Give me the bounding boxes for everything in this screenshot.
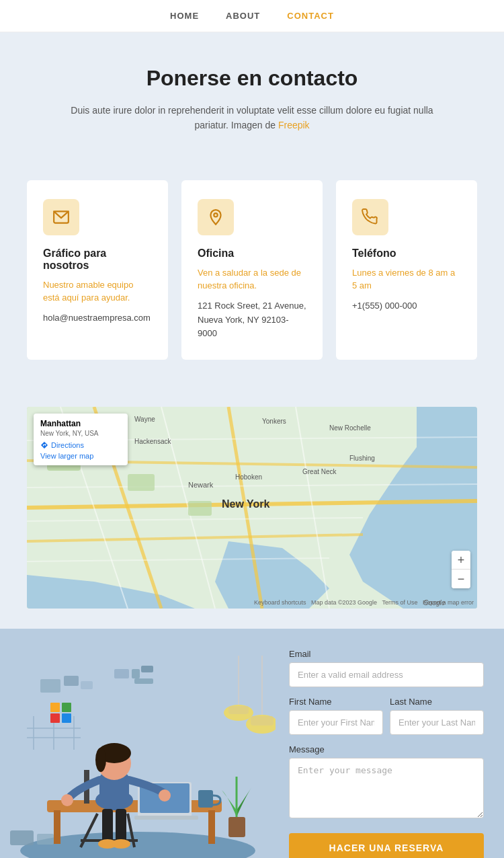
map-container[interactable]: New York Newark Hoboken Paterson Wayne Y… xyxy=(27,407,477,609)
svg-point-73 xyxy=(61,794,73,806)
svg-text:Flushing: Flushing xyxy=(349,455,375,462)
svg-text:New Rochelle: New Rochelle xyxy=(329,424,371,432)
svg-rect-76 xyxy=(116,809,126,843)
svg-rect-80 xyxy=(10,830,34,845)
svg-rect-58 xyxy=(208,810,215,844)
svg-point-74 xyxy=(159,789,171,802)
svg-rect-55 xyxy=(62,713,71,723)
email-label: Email xyxy=(289,649,484,659)
map-popup: Manhattan New York, NY, USA Directions V… xyxy=(34,414,128,465)
svg-rect-53 xyxy=(50,713,60,723)
map-section: New York Newark Hoboken Paterson Wayne Y… xyxy=(0,393,504,629)
last-name-label: Last Name xyxy=(390,697,484,707)
card-oficina-highlight: Ven a saludar a la sede de nuestra ofici… xyxy=(198,266,306,292)
svg-rect-67 xyxy=(198,790,213,808)
nav-home[interactable]: HOME xyxy=(170,11,199,21)
card-telefono-normal: +1(555) 000-000 xyxy=(352,299,461,313)
first-name-input[interactable] xyxy=(289,710,383,735)
name-row: First Name Last Name xyxy=(289,697,484,735)
last-name-group: Last Name xyxy=(390,697,484,735)
message-input[interactable] xyxy=(289,758,484,818)
svg-rect-81 xyxy=(37,834,54,845)
last-name-input[interactable] xyxy=(390,710,484,735)
cards-section: Gráfico para nosotros Nuestro amable equ… xyxy=(0,167,504,393)
svg-rect-20 xyxy=(188,501,212,516)
svg-rect-40 xyxy=(228,706,249,714)
card-grafico: Gráfico para nosotros Nuestro amable equ… xyxy=(27,180,168,360)
location-icon xyxy=(198,199,234,235)
svg-text:Great Neck: Great Neck xyxy=(302,468,337,475)
hero-description: Duis aute irure dolor in reprehenderit i… xyxy=(54,103,450,133)
email-icon xyxy=(43,199,79,235)
svg-rect-34 xyxy=(114,669,129,678)
card-telefono-title: Teléfono xyxy=(352,247,461,260)
card-telefono: Teléfono Lunes a viernes de 8 am a 5 am … xyxy=(336,180,477,360)
svg-text:New York: New York xyxy=(222,498,270,510)
freepik-link[interactable]: Freepik xyxy=(278,120,310,130)
svg-text:Yonkers: Yonkers xyxy=(262,418,286,425)
svg-text:Hackensack: Hackensack xyxy=(134,438,171,445)
svg-rect-66 xyxy=(134,816,198,820)
contact-form-area: Email First Name Last Name Message HACER… xyxy=(276,629,504,858)
contact-section: Email First Name Last Name Message HACER… xyxy=(0,629,504,858)
nav-about[interactable]: ABOUT xyxy=(226,11,260,21)
svg-rect-50 xyxy=(64,676,79,686)
svg-point-1 xyxy=(214,213,217,217)
svg-rect-79 xyxy=(228,817,245,837)
zoom-out-button[interactable]: − xyxy=(452,570,470,588)
svg-rect-52 xyxy=(50,703,60,712)
svg-rect-56 xyxy=(47,800,222,812)
nav-contact[interactable]: CONTACT xyxy=(287,11,334,21)
message-label: Message xyxy=(289,744,484,754)
svg-rect-19 xyxy=(128,474,155,491)
email-group: Email xyxy=(289,649,484,687)
svg-rect-36 xyxy=(141,666,153,672)
svg-rect-37 xyxy=(134,678,153,684)
svg-rect-57 xyxy=(54,810,60,844)
svg-rect-75 xyxy=(102,809,113,843)
svg-text:Newark: Newark xyxy=(188,481,214,489)
card-oficina-normal: 121 Rock Sreet, 21 Avenue,Nueva York, NY… xyxy=(198,299,306,341)
card-grafico-title: Gráfico para nosotros xyxy=(43,247,152,272)
first-name-group: First Name xyxy=(289,697,383,735)
hero-title: Ponerse en contacto xyxy=(54,66,450,91)
svg-rect-49 xyxy=(40,679,60,693)
card-oficina-title: Oficina xyxy=(198,247,306,260)
card-grafico-highlight: Nuestro amable equipo está aquí para ayu… xyxy=(43,278,152,305)
email-input[interactable] xyxy=(289,662,484,687)
svg-text:Wayne: Wayne xyxy=(134,416,155,423)
contact-illustration xyxy=(0,629,276,858)
popup-title: Manhattan xyxy=(40,419,121,428)
navigation: HOME ABOUT CONTACT xyxy=(0,0,504,32)
svg-rect-51 xyxy=(81,681,93,689)
phone-icon xyxy=(352,199,388,235)
svg-point-72 xyxy=(95,748,106,772)
svg-rect-43 xyxy=(251,716,274,726)
svg-point-78 xyxy=(112,839,130,849)
svg-rect-35 xyxy=(132,669,140,678)
popup-directions[interactable]: Directions xyxy=(40,441,121,449)
svg-rect-54 xyxy=(62,703,71,712)
first-name-label: First Name xyxy=(289,697,383,707)
card-telefono-highlight: Lunes a viernes de 8 am a 5 am xyxy=(352,266,461,292)
hero-section: Ponerse en contacto Duis aute irure dolo… xyxy=(0,32,504,167)
map-zoom-controls: + − xyxy=(452,551,470,588)
map-footer: Keyboard shortcuts Map data ©2023 Google… xyxy=(254,599,474,606)
svg-text:Hoboken: Hoboken xyxy=(235,473,262,481)
message-group: Message xyxy=(289,744,484,821)
popup-sub: New York, NY, USA xyxy=(40,430,121,437)
popup-view-larger[interactable]: View larger map xyxy=(40,452,93,460)
card-oficina: Oficina Ven a saludar a la sede de nuest… xyxy=(181,180,323,360)
submit-button[interactable]: HACER UNA RESERVA xyxy=(289,833,484,858)
card-grafico-normal: hola@nuestraempresa.com xyxy=(43,311,152,325)
zoom-in-button[interactable]: + xyxy=(452,551,470,570)
